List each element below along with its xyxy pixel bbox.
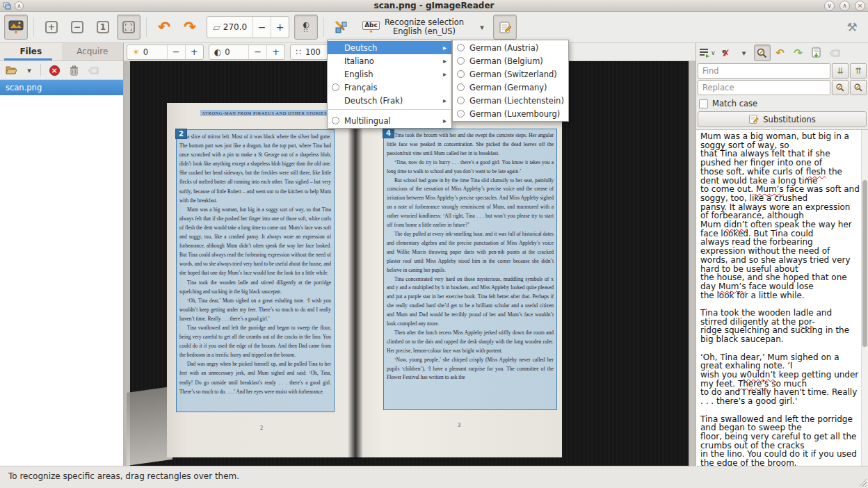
recognize-language: English (en_US) [393,27,456,36]
language-dropdown-button[interactable]: ▾ [473,15,491,40]
recognized-text[interactable]: Mum was a big woman, but big in a soggy … [696,130,861,466]
image-controls-icon: ◐ ∷ [303,21,310,34]
notepad-pencil-icon [499,21,512,34]
replace-input[interactable] [698,80,830,95]
canvas-vertical-scrollbar[interactable] [689,61,696,466]
output-pane-toggle-button[interactable] [493,15,517,40]
brightness-increase-button[interactable]: + [185,45,203,59]
scan-paragraph: Tina concentrated very hard on those mys… [387,275,554,329]
brightness-value[interactable]: 0 [143,47,167,57]
undo-button[interactable]: ↶ [772,44,789,61]
rotation-value[interactable]: 270.0 [223,22,252,32]
language-submenu-item[interactable]: German (Switzerland) [453,67,568,81]
find-next-button[interactable]: ⇊ [832,63,849,79]
page-number-left: 2 [167,425,356,431]
delete-file-button[interactable] [66,63,81,78]
resolution-value[interactable]: 100 [305,47,329,57]
source-tab[interactable]: Files [0,43,62,60]
autolayout-button[interactable] [330,15,353,40]
replace-icon [835,83,845,92]
find-prev-button[interactable]: ⇈ [850,63,867,79]
output-scrollbar-thumb[interactable] [862,180,867,347]
save-output-button[interactable] [808,44,825,61]
find-prev-icon: ⇈ [855,67,862,75]
zoom-fit-button[interactable] [117,15,140,40]
language-submenu-item[interactable]: German (Germany) [453,81,568,94]
scan-page-left[interactable]: STRONG-MAN FROM PIRAEUS AND OTHER STORIE… [167,103,356,457]
contrast-icon: ◐ [209,48,225,56]
maximize-button[interactable]: ∧ [839,1,850,11]
output-text-area[interactable]: Mum was a big woman, but big in a soggy … [696,129,868,466]
language-submenu-item[interactable]: German (Austria) [453,41,568,54]
radio-icon [457,70,465,78]
radio-icon [332,83,339,91]
source-tab[interactable]: Acquire [62,43,124,60]
match-case-checkbox[interactable] [699,99,708,108]
close-button[interactable]: × [855,1,865,11]
contrast-control: ◐ 0 − + [209,44,285,60]
zoom-in-button[interactable]: + [40,15,63,40]
status-message: To recognize specific areas, drag rectan… [8,471,239,481]
contrast-decrease-button[interactable]: − [248,45,266,59]
rotation-increase-button[interactable]: + [271,17,289,38]
language-menu-item[interactable]: Multilingual [328,114,451,127]
resize-grip[interactable] [858,478,867,487]
clear-file-button [86,63,101,78]
output-scrollbar[interactable] [861,130,868,466]
open-file-dropdown[interactable]: ▾ [24,63,35,78]
find-replace-icon [756,47,768,59]
replace-row [696,79,868,96]
region-number-badge: 2 [175,129,187,139]
contrast-value[interactable]: 0 [225,47,248,57]
strip-dropdown-button[interactable]: ▾ [736,44,753,61]
scan-paragraph: a slice of mirror left. Most of it was b… [179,132,331,205]
insert-mode-button[interactable]: ∨ [698,44,716,61]
rotation-decrease-button[interactable]: − [252,17,271,38]
ocr-region-left[interactable]: a slice of mirror left. Most of it was b… [176,129,335,412]
rotate-right-button[interactable]: ↷ [178,15,202,40]
remove-file-button[interactable]: × [47,63,62,78]
language-submenu-item[interactable]: German (Liechtenstein) [453,94,568,107]
substitutions-button[interactable]: Substitutions [698,111,867,127]
running-header-selection[interactable]: STRONG-MAN FROM PIRAEUS AND OTHER STORIE… [200,110,329,116]
language-menu-item[interactable]: Italiano [328,54,451,67]
zoom-out-button[interactable]: − [65,15,89,40]
language-menu-item[interactable]: Deutsch [328,41,451,54]
zoom-original-button[interactable]: 1 [91,15,115,40]
titlebar: ∧ scan.png - gImageReader ∨ ∧ × [0,0,868,12]
scan-page-right[interactable]: Tina took the broom with her and she swe… [356,97,562,457]
recognize-button[interactable]: Abc ▾ Recognize selection English (en_US… [355,15,471,40]
open-file-button[interactable] [4,63,19,78]
radio-icon [457,110,465,117]
output-panel: ∨ ¶ ✗ ▾ ↶ ↷ ⇊ ⇈ [696,43,868,466]
brightness-decrease-button[interactable]: − [167,45,185,59]
find-replace-toggle-button[interactable] [754,44,771,61]
contrast-increase-button[interactable]: + [266,45,284,59]
language-menu-item[interactable]: Deutsch (Frak) [328,94,451,107]
strip-formatting-button[interactable]: ¶ ✗ [718,44,734,61]
undo-icon: ↶ [775,48,785,58]
language-menu-item[interactable] [328,109,451,114]
wrench-icon: ⚒ [846,20,857,34]
replace-all-button[interactable] [850,80,867,95]
file-list-item[interactable]: scan.png [0,80,123,95]
tools-button[interactable]: ⚒ [840,15,864,40]
recognize-icon: Abc ▾ [362,21,380,34]
find-input[interactable] [698,63,830,79]
redo-button[interactable]: ↷ [790,44,807,61]
language-submenu-item[interactable]: German (Belgium) [453,54,568,67]
language-submenu-item[interactable]: German (Luxembourg) [453,107,568,120]
language-menu-item[interactable]: Français [328,81,451,94]
chevron-down-icon: ▾ [15,31,17,35]
image-display-options-button[interactable]: ▾ [4,15,28,40]
rotation-spinner: ▱ 270.0 − + [207,16,289,38]
ocr-region-right[interactable]: Tina took the broom with her and she swe… [383,129,557,410]
chevron-down-icon: ∨ [711,49,716,56]
replace-button[interactable] [832,80,849,95]
language-menu-item[interactable]: English [328,67,451,81]
rotate-right-icon: ↷ [184,20,196,35]
minimize-button[interactable]: ∨ [824,1,835,11]
rotate-left-button[interactable]: ↶ [152,15,176,40]
sources-tabs: FilesAcquire [0,43,123,61]
image-controls-toggle-button[interactable]: ◐ ∷ [294,15,318,40]
